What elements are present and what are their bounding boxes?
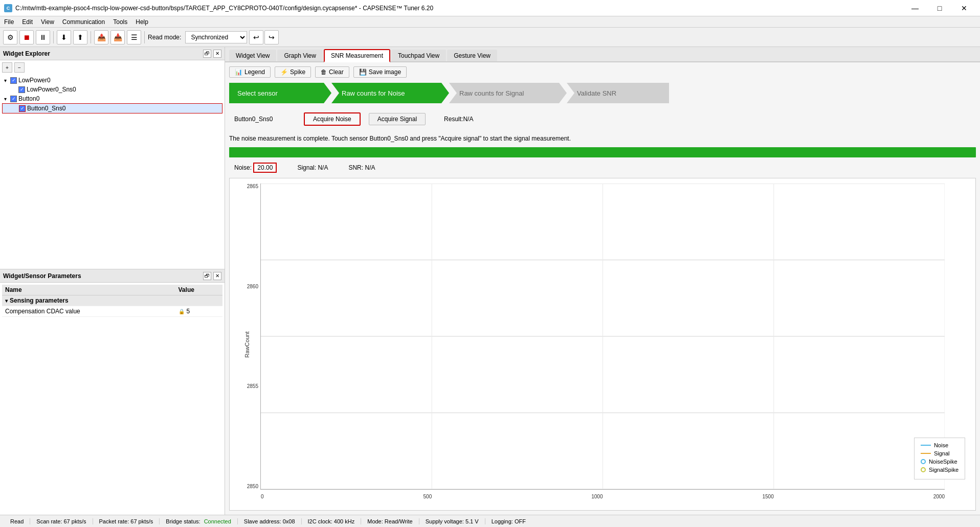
acquire-noise-btn[interactable]: Acquire Noise (304, 112, 361, 126)
tree-collapse-btn[interactable]: − (14, 62, 25, 73)
params-col-value: Value (175, 285, 222, 295)
read-mode-label: Read mode: (148, 34, 181, 41)
legend-box: Noise Signal NoiseSpike SignalSpike (914, 438, 965, 479)
noise-label: Noise: (234, 164, 252, 171)
x-label-0: 0 (261, 494, 264, 499)
read-mode-select[interactable]: Synchronized Continuous (185, 31, 247, 43)
tab-gesture-view[interactable]: Gesture View (447, 50, 497, 61)
sensor-params-panel: Widget/Sensor Parameters 🗗 ✕ Name Value (0, 269, 225, 515)
toolbar-sep2 (91, 31, 91, 43)
content-area: 📊 Legend ⚡ Spike 🗑 Clear 💾 Save image (225, 62, 980, 515)
menu-file[interactable]: File (0, 17, 18, 27)
tree-item-lowpower0[interactable]: ▾ ✓ LowPower0 (2, 76, 222, 85)
status-mode: Read (4, 518, 30, 524)
menu-help[interactable]: Help (131, 17, 152, 27)
sensor-params-restore-btn[interactable]: 🗗 (203, 272, 211, 280)
tab-touchpad-view[interactable]: Touchpad View (391, 50, 446, 61)
legend-label: Legend (244, 68, 265, 76)
chart-x-labels: 0 500 1000 1500 2000 (261, 494, 945, 499)
tree-label-lowpower0: LowPower0 (18, 77, 51, 84)
status-supply: Supply voltage: 5.1 V (419, 518, 485, 524)
menu-edit[interactable]: Edit (18, 17, 37, 27)
legend-noise-spike-circle (921, 459, 926, 464)
tree-checkbox-lowpower0[interactable]: ✓ (10, 77, 17, 84)
tree-item-button0[interactable]: ▾ ✓ Button0 (2, 94, 222, 103)
panel-restore-btn[interactable]: 🗗 (203, 50, 211, 58)
legend-noise-spike: NoiseSpike (921, 459, 959, 465)
legend-btn[interactable]: 📊 Legend (229, 66, 271, 78)
noise-value: 20.00 (253, 163, 277, 173)
toolbar-import-btn[interactable]: 📥 (110, 30, 125, 44)
sensor-controls: Button0_Sns0 Acquire Noise Acquire Signa… (229, 109, 976, 129)
pipeline-validate-snr[interactable]: Validate SNR (567, 83, 669, 103)
app-icon: C (4, 4, 12, 12)
tree-item-button0-sns0[interactable]: ✓ Button0_Sns0 (2, 103, 222, 113)
redo-btn[interactable]: ↪ (264, 30, 279, 44)
toolbar-stop-btn[interactable]: ⏹ (19, 30, 34, 44)
snr-metric: SNR: N/A (348, 164, 375, 171)
bridge-label: Bridge status: (166, 518, 200, 524)
result-value: N/A (463, 116, 473, 123)
menu-view[interactable]: View (37, 17, 58, 27)
sensor-name-label: Button0_Sns0 (234, 116, 296, 123)
sensor-params-title: Widget/Sensor Parameters (3, 272, 81, 280)
tree-item-lowpower0-sns0[interactable]: ✓ LowPower0_Sns0 (2, 85, 222, 94)
params-col-name: Name (2, 285, 175, 295)
noise-chart-canvas (261, 184, 945, 489)
panel-close-btn[interactable]: ✕ (213, 50, 221, 58)
tree-checkbox-button0[interactable]: ✓ (10, 96, 17, 102)
spike-btn[interactable]: ⚡ Spike (275, 66, 311, 78)
status-packet-rate: Packet rate: 67 pkts/s (93, 518, 160, 524)
undo-btn[interactable]: ↩ (249, 30, 263, 44)
status-mode-rw: Mode: Read/Write (361, 518, 419, 524)
close-button[interactable]: ✕ (952, 0, 976, 16)
tab-widget-view[interactable]: Widget View (229, 50, 276, 61)
maximize-button[interactable]: □ (928, 0, 951, 16)
spike-label: Spike (290, 68, 305, 76)
toolbar-up-btn[interactable]: ⬆ (73, 30, 87, 44)
toolbar-settings-btn[interactable]: ⚙ (3, 30, 17, 44)
chart-container: RawCount 2865 2860 2855 2850 (229, 178, 976, 511)
pipeline-raw-noise[interactable]: Raw counts for Noise (331, 83, 449, 103)
toolbar-list-btn[interactable]: ☰ (127, 30, 141, 44)
toolbar-down-btn[interactable]: ⬇ (57, 30, 71, 44)
right-panel: Widget View Graph View SNR Measurement T… (225, 47, 980, 515)
minimize-button[interactable]: — (903, 0, 927, 16)
main-toolbar: ⚙ ⏹ ⏸ ⬇ ⬆ 📤 📥 ☰ Read mode: Synchronized … (0, 28, 980, 47)
save-image-btn[interactable]: 💾 Save image (353, 66, 407, 78)
tree-expand-btn[interactable]: + (2, 62, 12, 73)
pipeline-raw-signal-label: Raw counts for Signal (459, 89, 524, 97)
pipeline-raw-signal[interactable]: Raw counts for Signal (449, 83, 567, 103)
clear-btn[interactable]: 🗑 Clear (315, 66, 349, 78)
tab-snr-measurement[interactable]: SNR Measurement (324, 49, 390, 62)
section-arrow: ▾ (5, 298, 8, 304)
sensor-params-close-btn[interactable]: ✕ (213, 272, 221, 280)
pipeline-select-sensor[interactable]: Select sensor (229, 83, 331, 103)
menu-communication[interactable]: Communication (58, 17, 109, 27)
chart-y-labels: 2865 2860 2855 2850 (235, 184, 258, 489)
tree-arrow-button0: ▾ (4, 96, 10, 102)
spike-icon: ⚡ (280, 68, 288, 76)
progress-bar-container (229, 147, 976, 157)
toolbar-export-btn[interactable]: 📤 (94, 30, 108, 44)
result-text: Result:N/A (444, 116, 473, 123)
main-layout: Widget Explorer 🗗 ✕ + − ▾ ✓ LowPower0 ✓ (0, 47, 980, 515)
widget-explorer-content: + − ▾ ✓ LowPower0 ✓ LowPower0_Sns0 ▾ ✓ B… (0, 60, 225, 269)
tree-checkbox-lp0sns0[interactable]: ✓ (18, 86, 25, 93)
tree-label-button0: Button0 (18, 95, 39, 102)
tree-checkbox-b0sns0[interactable]: ✓ (19, 105, 26, 112)
legend-signal-label: Signal (934, 450, 950, 456)
acquire-signal-btn[interactable]: Acquire Signal (369, 113, 426, 125)
tab-graph-view[interactable]: Graph View (277, 50, 322, 61)
pipeline-validate-snr-label: Validate SNR (577, 89, 616, 97)
menu-tools[interactable]: Tools (109, 17, 131, 27)
tree-toolbar: + − (2, 62, 222, 73)
tree-label-lp0sns0: LowPower0_Sns0 (27, 86, 76, 93)
x-label-1000: 1000 (591, 494, 603, 499)
params-content: Name Value ▾Sensing parameters Compensat… (0, 283, 225, 515)
toolbar-pause-btn[interactable]: ⏸ (36, 30, 50, 44)
status-i2c-clock: I2C clock: 400 kHz (302, 518, 362, 524)
toolbar-sep1 (53, 31, 54, 43)
param-name-cdac: Compensation CDAC value (2, 306, 175, 317)
progress-bar-fill (229, 147, 976, 157)
